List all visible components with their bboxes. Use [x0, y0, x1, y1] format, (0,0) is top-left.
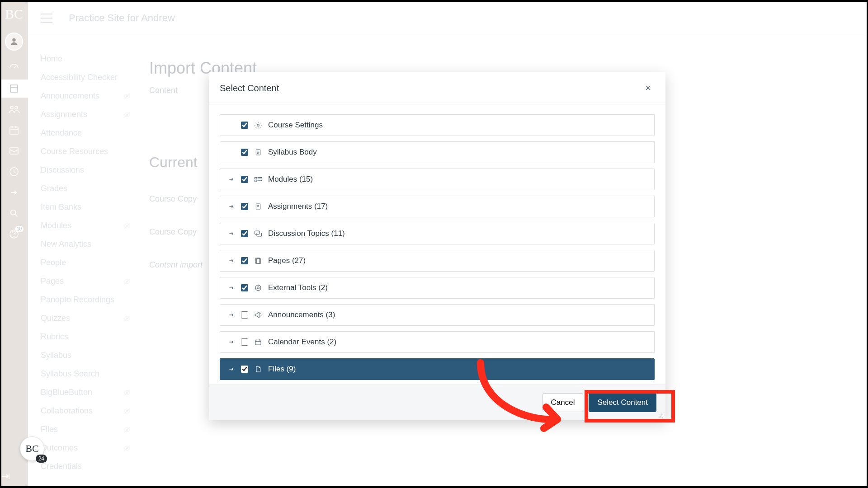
modal-body: Course SettingsSyllabus BodyModules (15)… — [209, 104, 665, 385]
content-checkbox[interactable] — [241, 203, 248, 210]
content-row-label: External Tools (2) — [268, 283, 328, 292]
content-row[interactable]: Assignments (17) — [220, 196, 655, 217]
page-icon — [254, 257, 263, 265]
content-row[interactable]: Pages (27) — [220, 250, 655, 272]
expand-arrow-icon[interactable] — [227, 230, 236, 237]
modal-footer: Cancel Select Content — [209, 385, 665, 420]
assign-icon — [254, 202, 263, 211]
content-checkbox[interactable] — [241, 311, 248, 319]
content-row[interactable]: Course Settings — [220, 114, 655, 136]
expand-arrow-icon[interactable] — [227, 311, 236, 319]
content-checkbox[interactable] — [241, 230, 248, 237]
select-content-modal: Select Content × Course SettingsSyllabus… — [209, 72, 665, 420]
calendar-icon — [254, 338, 263, 346]
expand-arrow-icon[interactable] — [227, 284, 236, 291]
content-checkbox[interactable] — [241, 366, 248, 373]
content-checkbox[interactable] — [241, 176, 248, 183]
svg-point-50 — [257, 287, 259, 289]
content-row[interactable]: Modules (15) — [220, 169, 655, 190]
expand-arrow-icon[interactable] — [227, 176, 236, 183]
content-row[interactable]: Calendar Events (2) — [220, 331, 655, 353]
expand-arrow-icon[interactable] — [227, 366, 236, 373]
content-row[interactable]: Syllabus Body — [220, 141, 655, 163]
announce-icon — [254, 311, 263, 319]
content-checkbox[interactable] — [241, 122, 248, 129]
content-row-label: Modules (15) — [268, 175, 313, 184]
floating-help-badge[interactable]: BC 24 — [20, 436, 44, 461]
svg-rect-40 — [255, 180, 257, 182]
discuss-icon — [254, 230, 263, 237]
content-row-label: Assignments (17) — [268, 202, 328, 211]
content-row-label: Course Settings — [268, 121, 323, 130]
svg-rect-42 — [258, 180, 261, 181]
svg-rect-39 — [255, 178, 257, 179]
doc-icon — [254, 148, 263, 156]
floating-help-count: 24 — [36, 455, 47, 463]
select-content-button[interactable]: Select Content — [589, 393, 656, 412]
content-checkbox[interactable] — [241, 284, 248, 291]
close-icon[interactable]: × — [642, 81, 655, 95]
gear-icon — [254, 121, 263, 129]
cancel-button[interactable]: Cancel — [542, 393, 584, 412]
content-checkbox[interactable] — [241, 338, 248, 346]
expand-arrow-icon[interactable] — [227, 203, 236, 210]
svg-rect-47 — [257, 233, 262, 237]
file-icon — [254, 365, 263, 373]
svg-line-60 — [662, 417, 663, 418]
svg-rect-46 — [255, 231, 260, 235]
svg-rect-54 — [255, 340, 261, 345]
content-row-label: Syllabus Body — [268, 148, 317, 157]
tool-icon — [254, 284, 263, 292]
module-icon — [254, 176, 263, 183]
content-checkbox[interactable] — [241, 149, 248, 156]
content-row-label: Calendar Events (2) — [268, 338, 336, 347]
modal-header: Select Content × — [209, 72, 665, 104]
svg-rect-49 — [257, 258, 261, 263]
content-row[interactable]: Files (9) — [220, 358, 655, 380]
content-row-label: Pages (27) — [268, 256, 306, 265]
content-row[interactable]: External Tools (2) — [220, 277, 655, 299]
svg-point-34 — [257, 124, 259, 127]
expand-arrow-icon[interactable] — [227, 257, 236, 264]
expand-arrow-icon[interactable] — [227, 338, 236, 346]
content-row[interactable]: Discussion Topics (11) — [220, 223, 655, 244]
content-row[interactable]: Announcements (3) — [220, 304, 655, 326]
svg-rect-41 — [258, 178, 261, 178]
content-row-label: Discussion Topics (11) — [268, 229, 345, 238]
content-row-label: Files (9) — [268, 365, 296, 374]
modal-title: Select Content — [220, 83, 279, 94]
content-row-label: Announcements (3) — [268, 310, 335, 319]
content-checkbox[interactable] — [241, 257, 248, 264]
resize-handle-icon[interactable] — [657, 412, 664, 418]
svg-point-51 — [255, 285, 261, 291]
